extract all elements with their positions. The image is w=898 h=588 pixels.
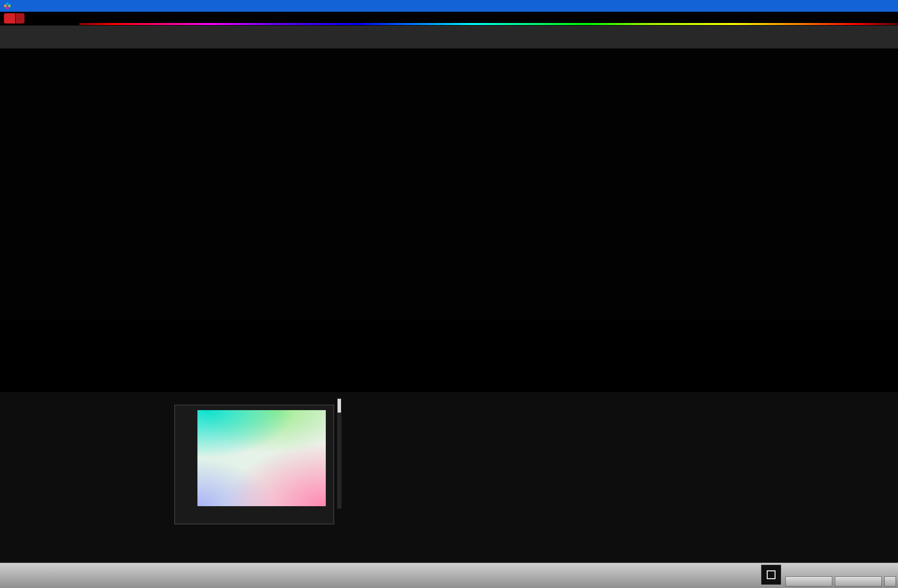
minimize-button[interactable] [833,0,855,12]
close-button[interactable] [876,0,898,12]
scrollbar-thumb[interactable] [338,399,341,413]
window-controls [833,0,898,12]
next-button[interactable] [835,576,882,587]
rgb-balance-chart [211,103,544,296]
gamma-chart [555,103,898,296]
deltae-chart [4,137,201,299]
window-pattern-icon [767,570,776,579]
titlebar [0,0,898,12]
table-scrollbar[interactable] [337,398,341,509]
pattern-nav [785,576,896,587]
target-row-label [133,352,143,377]
toolbar [0,12,898,25]
pattern-select-button[interactable] [884,576,896,587]
cie-chart-overlay [197,410,326,506]
tab-bar [0,25,898,49]
cie-chart-panel [174,405,334,524]
calman-menu [4,13,24,24]
rainbow-divider [79,23,898,25]
lower-panel [0,392,898,563]
actual-row-label [133,326,143,352]
cie-chart [197,410,326,506]
maximize-button[interactable] [855,0,876,12]
logo-dropdown-button[interactable] [16,13,24,24]
pattern-window-button[interactable] [761,564,781,585]
app-icon [4,2,11,9]
back-button[interactable] [785,576,832,587]
calman-logo-button[interactable] [4,13,15,24]
